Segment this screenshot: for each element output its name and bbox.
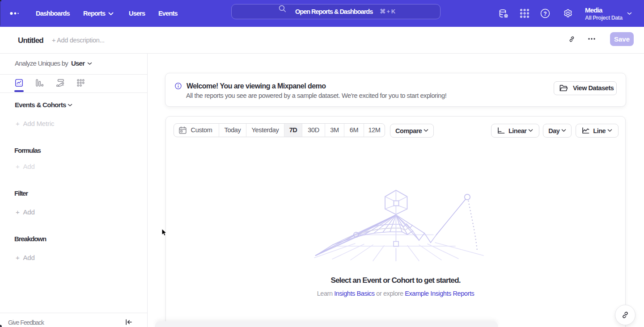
svg-text:?: ? xyxy=(543,11,547,17)
